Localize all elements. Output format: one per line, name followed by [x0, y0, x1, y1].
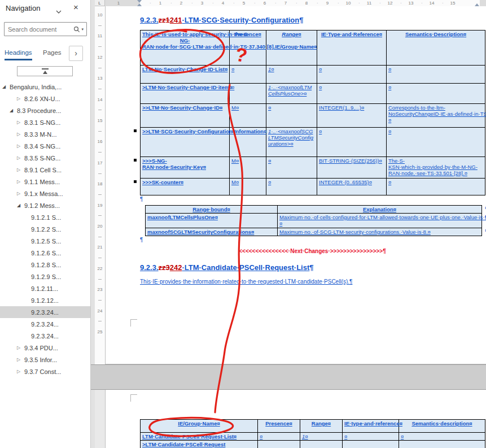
table-cell[interactable]: ¤	[258, 433, 300, 441]
expand-triangle-icon[interactable]: ▷	[17, 191, 24, 196]
expand-triangle-icon[interactable]: ▷	[17, 132, 24, 137]
nav-heading-item[interactable]: ▷8.3.3 M-N...	[0, 128, 90, 140]
table-cell[interactable]: 1·..·<maxnoofLTMCellsPlusOne>¤	[266, 84, 317, 104]
ie-definition-table[interactable]: This·IE·is·used·to·apply·security·in·the…	[140, 30, 485, 195]
expand-triangle-icon[interactable]: ▷	[17, 167, 24, 172]
table-cell[interactable]: LTM·No·Security·Change·ID·List¤	[141, 66, 230, 84]
close-icon[interactable]: ×	[73, 2, 78, 12]
table-cell[interactable]: ¤	[230, 66, 266, 84]
nav-heading-item[interactable]: ◢Bengaluru, India,...	[0, 81, 90, 93]
nav-heading-item[interactable]: ▷9.3.5 Infor...	[0, 354, 90, 366]
table-cell[interactable]: ¤	[399, 433, 485, 441]
table-cell[interactable]: ¤	[317, 84, 387, 104]
table-cell[interactable]: >>>S-NG-RAN·node·Security·Key¤	[141, 157, 230, 179]
expand-triangle-icon[interactable]: ▷	[17, 96, 24, 101]
table-cell[interactable]: Maximum·no.·of·cells·configured·for·LTM·…	[278, 214, 482, 228]
table-cell[interactable]: ¤	[387, 128, 485, 157]
nav-heading-item[interactable]: ▷9.3.4 PDU...	[0, 342, 90, 354]
expand-triangle-icon[interactable]: ▷	[17, 179, 24, 184]
table-cell[interactable]: M¤	[230, 104, 266, 128]
search-controls[interactable]: ▾	[73, 26, 86, 33]
table-cell[interactable]: ¤	[230, 84, 266, 104]
table-cell[interactable]: 1¤	[266, 66, 317, 84]
table-cell[interactable]: INTEGER(1..9,...)¤	[317, 104, 387, 128]
nav-heading-item[interactable]: 9.1.2.2 S...	[0, 223, 90, 235]
more-tabs-button[interactable]: ›	[69, 46, 83, 61]
column-header[interactable]: Range¤	[300, 420, 343, 433]
range-bound-table[interactable]: Range·bound¤Explanation¤maxnoofLTMCellsP…	[145, 205, 482, 236]
next-changes-separator[interactable]: <<<<<<<<<<<<<<<·Next·Changes·>>>>>>>>>>>…	[140, 248, 485, 254]
table-cell[interactable]: LTM·Candidate·PSCell·Request·List¤	[141, 433, 258, 441]
table-cell[interactable]: M¤	[230, 157, 266, 179]
table-cell[interactable]: ¤	[387, 66, 485, 84]
column-header[interactable]: Presence¤	[258, 420, 300, 433]
nav-heading-item[interactable]: ▷8.2.6 XN-U...	[0, 93, 90, 105]
table-cell[interactable]: maxnoofLTMCellsPlusOne¤	[146, 214, 278, 228]
table-cell[interactable]: ¤	[317, 66, 387, 84]
expand-triangle-icon[interactable]: ▷	[17, 357, 24, 362]
nav-heading-item[interactable]: ▷8.3.1 S-NG...	[0, 116, 90, 128]
table-cell[interactable]: 1·..·<maxnoofSCGLTMSecurityConfiguration…	[266, 128, 317, 157]
table-cell[interactable]: Maximum·no.·of·SCG·LTM·security·configur…	[278, 228, 482, 236]
pscell-request-table[interactable]: IE/Group·Name¤Presence¤Range¤IE·type·and…	[140, 419, 485, 448]
table-cell[interactable]: Corresponds·to·the·ltm-NoSecurityChangeI…	[387, 104, 485, 128]
table-cell[interactable]: ¤	[387, 84, 485, 104]
nav-heading-item[interactable]: 9.1.2.12...	[0, 294, 90, 306]
table-cell[interactable]: ¤	[343, 433, 399, 441]
tab-pages[interactable]: Pages	[43, 49, 62, 56]
column-header[interactable]: IE·type·and·reference¤	[343, 420, 399, 433]
jump-to-top-button[interactable]	[17, 66, 73, 76]
column-header[interactable]: Range·bound¤	[146, 206, 278, 214]
column-header[interactable]: Explanation¤	[278, 206, 482, 214]
table-cell[interactable]: 1¤	[300, 433, 343, 441]
column-header[interactable]: This·IE·is·used·to·apply·security·in·the…	[141, 31, 230, 66]
nav-heading-item[interactable]: 9.2.3.24...	[0, 318, 90, 330]
nav-heading-item[interactable]: ▷9.1.1 Mess...	[0, 176, 90, 188]
table-cell[interactable]: M¤	[230, 179, 266, 195]
section-heading-2[interactable]: 9.2.3.zz3242·LTM·Candidate·PSCell·Reques…	[140, 263, 485, 272]
table-cell[interactable]: ¤	[266, 157, 317, 179]
column-header[interactable]: Semantics·Description¤	[387, 31, 485, 66]
document-page-1[interactable]: 9.2.3.zz1241·LTM·SCG·Security·Configurat…	[105, 6, 486, 364]
search-input[interactable]	[5, 25, 73, 33]
table-cell[interactable]: >>LTM·No·Security·Change·ID¤	[141, 104, 230, 128]
table-cell[interactable]: The·S-KSN·which·is·provided·by·the·M-NG-…	[387, 157, 485, 179]
nav-heading-item[interactable]: ▷8.3.4 S-NG...	[0, 140, 90, 152]
table-cell[interactable]: >LTM·Candidate·PSCell·Request	[141, 441, 258, 448]
expand-triangle-icon[interactable]: ▷	[17, 369, 24, 374]
hanging-indent-marker[interactable]	[137, 3, 142, 6]
table-cell[interactable]: >>>SK-counter¤	[141, 179, 230, 195]
nav-heading-item[interactable]: ▷8.9.1 Cell S...	[0, 164, 90, 176]
expand-triangle-icon[interactable]: ▷	[17, 345, 24, 350]
nav-heading-item[interactable]: 9.2.3.24...	[0, 330, 90, 342]
nav-heading-item[interactable]: 9.2.3.24...	[0, 306, 90, 318]
vertical-ruler[interactable]: 10111213141516171819202122232425	[95, 6, 105, 364]
tab-headings[interactable]: Headings	[5, 49, 32, 60]
intro-paragraph[interactable]: This·IE·provides·the·information·related…	[140, 279, 485, 285]
nav-heading-item[interactable]: 9.1.2.8 S...	[0, 259, 90, 271]
expand-triangle-icon[interactable]: ▷	[17, 143, 24, 149]
column-header[interactable]: Semantics·description¤	[399, 420, 485, 433]
expand-triangle-icon[interactable]: ▷	[17, 120, 24, 125]
first-line-indent-marker[interactable]	[137, 0, 142, 3]
table-cell[interactable]	[258, 441, 300, 448]
table-cell[interactable]: >LTM·No·Security·Change·ID·item¤	[141, 84, 230, 104]
tab-selector[interactable]: L	[95, 0, 105, 6]
table-cell[interactable]: INTEGER·(0..65535)¤	[317, 179, 387, 195]
table-cell[interactable]: maxnoofSCGLTMSecurityConfigurations¤	[146, 228, 278, 236]
nav-heading-item[interactable]: ▷8.3.5 S-NG...	[0, 152, 90, 164]
nav-heading-item[interactable]: ◢9.1.2 Mess...	[0, 199, 90, 211]
table-cell[interactable]: ¤	[317, 128, 387, 157]
nav-heading-item[interactable]: ◢8.3 Procedure...	[0, 105, 90, 116]
document-page-2[interactable]: IE/Group·Name¤Presence¤Range¤IE·type·and…	[105, 390, 486, 448]
horizontal-ruler[interactable]: 1 1·2·3·4·5·6·7·8·9·10·11·12·13·14·15·	[105, 0, 486, 6]
column-header[interactable]: IE/Group·Name¤	[141, 420, 258, 433]
search-dropdown-icon[interactable]: ▾	[81, 27, 84, 32]
nav-heading-item[interactable]: 9.1.2.9 S...	[0, 271, 90, 282]
nav-heading-item[interactable]: 9.1.2.1 S...	[0, 211, 90, 223]
table-cell[interactable]: ¤	[266, 179, 317, 195]
nav-heading-item[interactable]: ▷9.1.x Messa...	[0, 188, 90, 199]
column-header[interactable]: IE·Type·and·Reference¤	[317, 31, 387, 66]
table-cell[interactable]: ¤	[266, 104, 317, 128]
right-indent-marker[interactable]	[475, 3, 479, 6]
